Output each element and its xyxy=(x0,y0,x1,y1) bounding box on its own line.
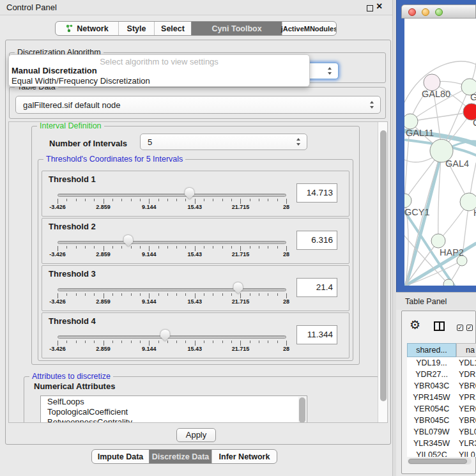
tab-discretize-data[interactable]: Discretize Data xyxy=(149,450,211,463)
table-column-header[interactable]: na xyxy=(456,343,476,357)
table-row[interactable]: YLR345WYLR3 xyxy=(407,438,476,449)
panel-scrollbar-thumb[interactable] xyxy=(380,130,387,401)
table-row[interactable]: YDR27...YDR2 xyxy=(407,369,476,380)
tick-mark xyxy=(66,199,67,201)
table-row[interactable]: YBR043CYBR0 xyxy=(407,380,476,392)
tick-mark xyxy=(176,199,177,201)
slider-track[interactable] xyxy=(58,241,286,244)
table-cell: YLR3 xyxy=(456,438,476,449)
gear-icon[interactable]: ⚙ xyxy=(410,319,420,331)
tick-mark xyxy=(204,293,204,296)
tab-label: Style xyxy=(127,24,146,33)
table-data-combobox[interactable]: galFiltered.sif default node xyxy=(15,96,381,114)
network-window-titlebar[interactable] xyxy=(401,4,476,19)
slider-track[interactable] xyxy=(58,288,286,291)
table-row[interactable]: YBL079WYBL0 xyxy=(407,426,476,438)
tick-mark xyxy=(85,341,86,343)
tick-mark xyxy=(140,246,141,249)
tab-impute-data[interactable]: Impute Data xyxy=(92,450,149,463)
table-row[interactable]: YBR045CYBR0 xyxy=(407,415,476,426)
threshold-value-field[interactable]: 21.4 xyxy=(296,278,337,297)
threshold-value-field[interactable]: 11.344 xyxy=(296,325,337,344)
algorithm-option[interactable]: Equal Width/Frequency Discretization xyxy=(12,76,308,86)
panel-scrollbar[interactable] xyxy=(378,122,388,423)
number-of-intervals-combobox[interactable]: 5 xyxy=(140,134,307,150)
algorithm-option[interactable]: Manual Discretization xyxy=(12,66,308,76)
slider-ticks xyxy=(58,246,287,251)
threshold-value-field[interactable]: 14.713 xyxy=(296,183,337,203)
control-panel-title: Control Panel xyxy=(6,3,57,12)
zoom-light-icon[interactable] xyxy=(435,8,443,16)
slider-thumb[interactable] xyxy=(123,235,133,247)
tick-mark xyxy=(176,246,177,249)
slider-track[interactable] xyxy=(58,194,286,197)
network-graph: GAL80GACGAL11GAL4GCY1HHAP2 xyxy=(404,19,476,286)
numerical-attributes-list[interactable]: SelfLoopsTopologicalCoefficientBetweenne… xyxy=(40,395,307,423)
algorithm-dropdown-popup: Select algorithm to view settings Manual… xyxy=(8,54,310,87)
tick-mark xyxy=(94,199,95,201)
network-node-gcy1[interactable] xyxy=(404,194,411,208)
tick-mark xyxy=(268,199,268,201)
tick-mark xyxy=(94,341,95,343)
table-cell: YLR345W xyxy=(407,438,456,449)
tab-select[interactable]: Select xyxy=(154,22,191,35)
slider-ticks xyxy=(58,341,287,346)
tab-jactivemnodules[interactable]: jActiveMNodules xyxy=(282,22,336,35)
tick-mark xyxy=(104,199,104,204)
table-scrollbar-thumb[interactable] xyxy=(408,459,467,464)
table-panel-header: Table Panel xyxy=(396,292,476,310)
slider-thumb-shape xyxy=(185,188,194,199)
network-node-hap2[interactable] xyxy=(431,234,445,248)
minimize-light-icon[interactable] xyxy=(422,8,429,16)
tab-style[interactable]: Style xyxy=(118,22,154,35)
tick-mark xyxy=(250,293,250,296)
table-row[interactable]: YER054CYER0 xyxy=(407,403,476,415)
threshold-value-field[interactable]: 6.316 xyxy=(296,231,337,250)
tick-mark xyxy=(277,341,278,343)
tick-mark xyxy=(195,341,196,346)
list-scrollbar-thumb[interactable] xyxy=(299,397,305,423)
interval-definition-label: Interval Definition xyxy=(37,121,104,130)
attribute-list-item[interactable]: BetweennessCentrality xyxy=(41,417,307,423)
checkbox-icon[interactable]: ✓ xyxy=(457,325,463,331)
table-panel: ⚙ ✓ ✓ shared...na YDL19...YDL1YDR27...YD… xyxy=(401,311,476,474)
slider-thumb[interactable] xyxy=(160,330,170,341)
tab-network[interactable]: Network xyxy=(56,22,118,35)
checkbox-icon[interactable]: ✓ xyxy=(466,325,473,331)
attribute-list-item[interactable]: TopologicalCoefficient xyxy=(41,406,307,417)
apply-button[interactable]: Apply xyxy=(176,428,216,442)
tick-mark xyxy=(167,199,168,201)
network-view-canvas[interactable]: GAL80GACGAL11GAL4GCY1HHAP2 xyxy=(404,19,476,286)
table-cell: YBR0 xyxy=(456,380,476,392)
close-light-icon[interactable] xyxy=(408,8,416,16)
slider-thumb[interactable] xyxy=(233,282,243,294)
tick-label: 28 xyxy=(283,204,289,210)
slider-thumb[interactable] xyxy=(185,188,194,199)
close-panel-icon[interactable]: × xyxy=(376,1,382,12)
tab-cyni-toolbox[interactable]: Cyni Toolbox xyxy=(191,22,282,35)
network-node[interactable] xyxy=(457,256,467,266)
table-row[interactable]: YDL19...YDL1 xyxy=(407,357,476,369)
tick-label: 15.43 xyxy=(188,346,203,352)
tick-mark xyxy=(176,293,177,296)
tick-mark xyxy=(259,199,259,201)
tick-mark xyxy=(121,293,122,296)
table-column-header[interactable]: shared... xyxy=(407,343,456,357)
slider-thumb-shape xyxy=(123,235,133,247)
table-row[interactable]: YIL052CYIL0 xyxy=(407,449,476,457)
table-cell: YPR145W xyxy=(407,392,456,403)
table-cell: YBR0 xyxy=(456,415,476,426)
network-node-gal11[interactable] xyxy=(404,114,418,129)
threshold-label: Threshold 3 xyxy=(49,269,96,279)
float-panel-button[interactable] xyxy=(367,5,373,12)
table-horizontal-scrollbar[interactable] xyxy=(408,458,472,464)
column-view-icon[interactable] xyxy=(434,321,445,331)
tick-mark xyxy=(58,246,58,251)
table-row[interactable]: YPR145WYPR1 xyxy=(407,392,476,403)
tick-label: 9.144 xyxy=(142,204,157,210)
attribute-list-item[interactable]: SelfLoops xyxy=(41,396,307,406)
list-scrollbar[interactable] xyxy=(298,397,306,423)
tab-infer-network[interactable]: Infer Network xyxy=(211,450,277,463)
slider-track[interactable] xyxy=(58,335,286,339)
tick-mark xyxy=(259,341,259,343)
